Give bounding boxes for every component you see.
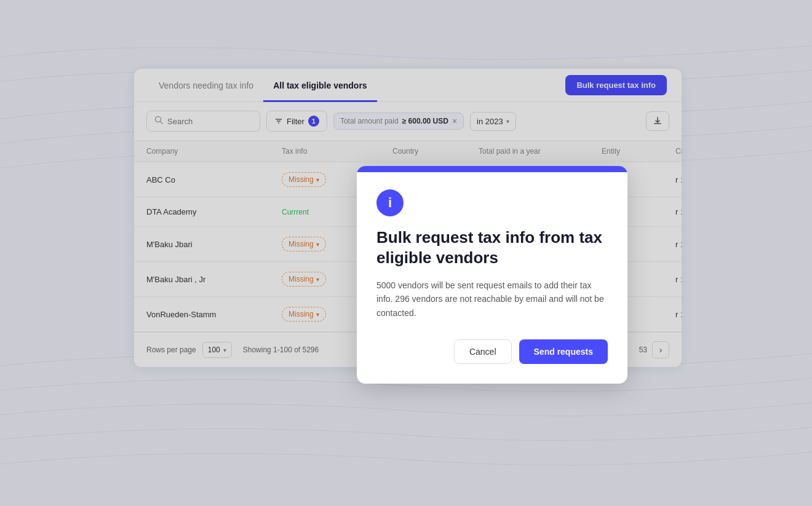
dialog-body: i Bulk request tax info from tax eligibl… [357, 172, 627, 384]
dialog-description: 5000 vendors will be sent request emails… [376, 279, 608, 320]
bulk-request-dialog: i Bulk request tax info from tax eligibl… [357, 166, 627, 384]
send-requests-button[interactable]: Send requests [519, 339, 608, 364]
info-icon: i [376, 189, 404, 216]
cancel-button[interactable]: Cancel [454, 339, 512, 364]
dialog-title: Bulk request tax info from tax eligible … [376, 227, 608, 267]
dialog-top-bar [357, 166, 627, 172]
dialog-actions: Cancel Send requests [376, 339, 608, 364]
